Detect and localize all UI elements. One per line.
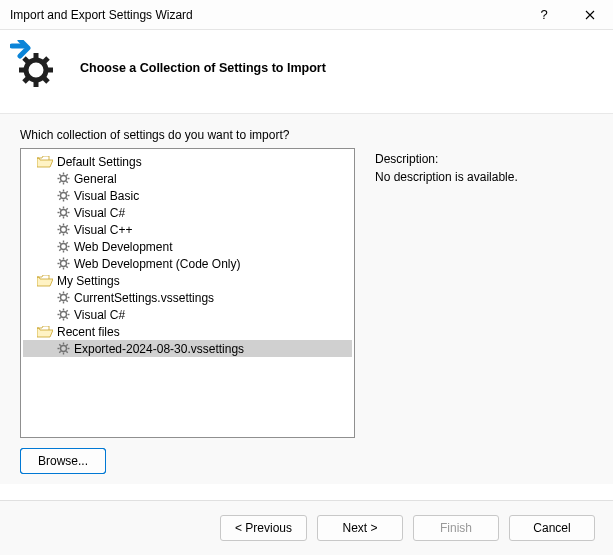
tree-item-web-development-code-only[interactable]: Web Development (Code Only) <box>23 255 352 272</box>
svg-line-70 <box>59 300 60 301</box>
svg-line-71 <box>66 293 67 294</box>
tree-label: General <box>74 172 117 186</box>
svg-line-79 <box>59 317 60 318</box>
svg-line-87 <box>66 351 67 352</box>
svg-line-88 <box>59 351 60 352</box>
svg-line-52 <box>59 249 60 250</box>
svg-line-15 <box>66 181 67 182</box>
svg-line-8 <box>43 77 48 82</box>
svg-point-72 <box>61 312 67 318</box>
close-icon <box>585 10 595 20</box>
tree-label: Visual C++ <box>74 223 132 237</box>
wizard-content: Which collection of settings do you want… <box>0 114 613 484</box>
tree-label: Default Settings <box>57 155 142 169</box>
folder-open-icon <box>37 156 53 168</box>
svg-line-78 <box>66 317 67 318</box>
svg-line-69 <box>66 300 67 301</box>
tree-item-visual-cpp[interactable]: Visual C++ <box>23 221 352 238</box>
svg-point-36 <box>61 227 67 233</box>
tree-item-general[interactable]: General <box>23 170 352 187</box>
gear-icon <box>57 240 70 253</box>
svg-line-43 <box>59 232 60 233</box>
svg-point-18 <box>61 193 67 199</box>
finish-button: Finish <box>413 515 499 541</box>
tree-label: Recent files <box>57 325 120 339</box>
tree-item-visual-csharp[interactable]: Visual C# <box>23 204 352 221</box>
svg-line-42 <box>66 232 67 233</box>
gear-icon <box>57 291 70 304</box>
tree-folder-recent-files[interactable]: Recent files <box>23 323 352 340</box>
gear-icon <box>57 189 70 202</box>
svg-line-51 <box>66 249 67 250</box>
svg-line-60 <box>66 266 67 267</box>
wizard-header: Choose a Collection of Settings to Impor… <box>0 30 613 114</box>
tree-item-web-development[interactable]: Web Development <box>23 238 352 255</box>
svg-line-34 <box>59 215 60 216</box>
svg-line-26 <box>66 191 67 192</box>
wizard-footer: < Previous Next > Finish Cancel <box>0 500 613 555</box>
prompt-label: Which collection of settings do you want… <box>20 128 593 142</box>
tree-item-my-visual-csharp[interactable]: Visual C# <box>23 306 352 323</box>
cancel-button[interactable]: Cancel <box>509 515 595 541</box>
tree-label: Exported-2024-08-30.vssettings <box>74 342 244 356</box>
svg-line-53 <box>66 242 67 243</box>
svg-point-45 <box>61 244 67 250</box>
svg-point-27 <box>61 210 67 216</box>
svg-line-77 <box>59 310 60 311</box>
svg-point-81 <box>61 346 67 352</box>
description-label: Description: <box>375 150 593 168</box>
gear-icon <box>57 257 70 270</box>
gear-icon <box>57 308 70 321</box>
svg-line-62 <box>66 259 67 260</box>
folder-open-icon <box>37 275 53 287</box>
tree-label: CurrentSettings.vssettings <box>74 291 214 305</box>
svg-line-32 <box>59 208 60 209</box>
svg-line-50 <box>59 242 60 243</box>
svg-point-54 <box>61 261 67 267</box>
svg-line-24 <box>66 198 67 199</box>
description-text: No description is available. <box>375 168 593 186</box>
browse-button[interactable]: Browse... <box>20 448 106 474</box>
tree-label: Visual Basic <box>74 189 139 203</box>
page-heading: Choose a Collection of Settings to Impor… <box>80 61 326 75</box>
folder-open-icon <box>37 326 53 338</box>
gear-icon <box>57 342 70 355</box>
titlebar: Import and Export Settings Wizard ? <box>0 0 613 30</box>
svg-line-44 <box>66 225 67 226</box>
svg-line-61 <box>59 266 60 267</box>
svg-line-17 <box>66 174 67 175</box>
tree-item-currentsettings[interactable]: CurrentSettings.vssettings <box>23 289 352 306</box>
svg-line-23 <box>59 191 60 192</box>
tree-label: Visual C# <box>74 308 125 322</box>
tree-label: My Settings <box>57 274 120 288</box>
svg-line-7 <box>24 77 29 82</box>
previous-button[interactable]: < Previous <box>220 515 307 541</box>
tree-folder-my-settings[interactable]: My Settings <box>23 272 352 289</box>
next-button[interactable]: Next > <box>317 515 403 541</box>
gear-icon <box>57 223 70 236</box>
tree-label: Web Development (Code Only) <box>74 257 241 271</box>
window-title: Import and Export Settings Wizard <box>10 8 521 22</box>
tree-folder-default-settings[interactable]: Default Settings <box>23 153 352 170</box>
settings-tree[interactable]: Default Settings General Visual Basic Vi… <box>20 148 355 438</box>
import-gear-icon <box>10 40 62 95</box>
svg-line-59 <box>59 259 60 260</box>
description-panel: Description: No description is available… <box>375 148 593 438</box>
tree-label: Web Development <box>74 240 173 254</box>
svg-line-14 <box>59 174 60 175</box>
svg-line-41 <box>59 225 60 226</box>
close-button[interactable] <box>567 0 613 30</box>
gear-icon <box>57 206 70 219</box>
svg-line-16 <box>59 181 60 182</box>
svg-line-89 <box>66 344 67 345</box>
svg-line-6 <box>43 58 48 63</box>
gear-icon <box>57 172 70 185</box>
tree-item-visual-basic[interactable]: Visual Basic <box>23 187 352 204</box>
tree-item-exported-file[interactable]: Exported-2024-08-30.vssettings <box>23 340 352 357</box>
help-button[interactable]: ? <box>521 0 567 30</box>
svg-line-35 <box>66 208 67 209</box>
svg-line-25 <box>59 198 60 199</box>
svg-line-86 <box>59 344 60 345</box>
svg-point-63 <box>61 295 67 301</box>
tree-label: Visual C# <box>74 206 125 220</box>
